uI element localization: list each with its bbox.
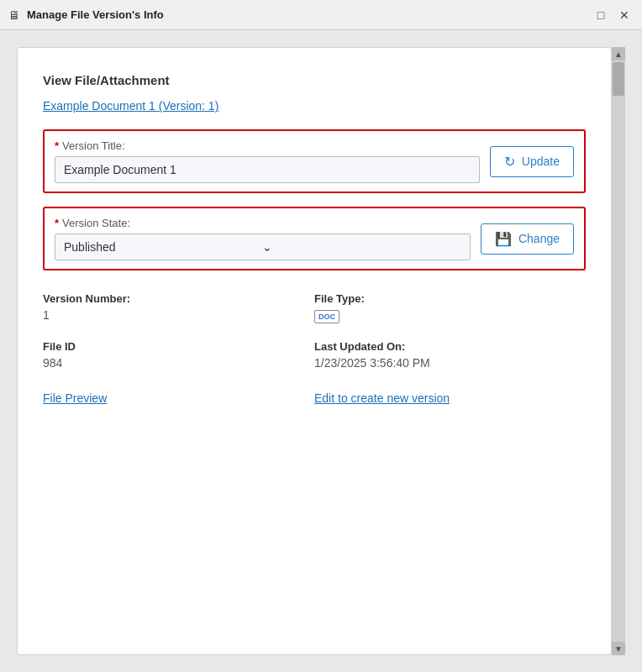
version-state-label: * Version State: [55, 217, 471, 229]
last-updated-value: 1/23/2025 3:56:40 PM [314, 356, 586, 370]
scroll-down-arrow[interactable]: ▼ [612, 642, 625, 655]
file-id-label: File ID [43, 340, 314, 353]
links-row: File Preview Edit to create new version [43, 391, 586, 405]
scroll-thumb[interactable] [613, 62, 624, 96]
version-title-label: * Version Title: [55, 139, 480, 152]
chevron-down-icon: ⌄ [262, 240, 460, 254]
version-state-value: Published [64, 240, 262, 254]
file-type-label: File Type: [314, 292, 586, 305]
version-number-label: Version Number: [43, 292, 314, 305]
file-id-value: 984 [43, 356, 314, 370]
required-star-title: * [55, 139, 59, 152]
scroll-up-arrow[interactable]: ▲ [612, 47, 625, 60]
window-title: Manage File Version's Info [27, 8, 592, 21]
update-button-label: Update [522, 155, 560, 168]
scrollbar: ▲ ▼ [612, 47, 625, 655]
version-state-inner: * Version State: Published ⌄ [55, 217, 471, 260]
section-heading: View File/Attachment [43, 73, 586, 87]
version-title-group: * Version Title: ↻ Update [43, 129, 586, 193]
version-state-label-text: Version State: [62, 217, 130, 229]
file-id-cell: File ID 984 [43, 332, 314, 378]
version-number-value: 1 [43, 308, 314, 322]
content-card: View File/Attachment Example Document 1 … [17, 47, 612, 655]
version-title-label-text: Version Title: [62, 139, 124, 152]
change-button[interactable]: 💾 Change [481, 223, 574, 255]
required-star-state: * [55, 217, 59, 229]
edit-version-link[interactable]: Edit to create new version [314, 391, 586, 405]
info-grid: Version Number: 1 File Type: DOC File ID… [43, 284, 586, 378]
window-controls: □ ✕ [592, 6, 634, 24]
last-updated-cell: Last Updated On: 1/23/2025 3:56:40 PM [314, 332, 586, 378]
version-state-select[interactable]: Published ⌄ [55, 234, 471, 260]
version-title-input[interactable] [55, 156, 480, 183]
main-area: View File/Attachment Example Document 1 … [0, 30, 642, 672]
update-button[interactable]: ↻ Update [490, 146, 574, 177]
version-title-inner: * Version Title: [55, 139, 480, 183]
version-state-group: * Version State: Published ⌄ 💾 Change [43, 207, 586, 270]
maximize-button[interactable]: □ [592, 6, 610, 24]
change-button-label: Change [518, 232, 560, 245]
file-preview-link[interactable]: File Preview [43, 391, 314, 405]
window-icon: 🖥 [8, 8, 20, 22]
version-number-cell: Version Number: 1 [43, 284, 314, 332]
file-type-icon: DOC [314, 310, 339, 323]
close-button[interactable]: ✕ [615, 6, 634, 24]
file-type-cell: File Type: DOC [314, 284, 586, 332]
refresh-icon: ↻ [504, 154, 515, 170]
last-updated-label: Last Updated On: [314, 340, 586, 353]
save-icon: 💾 [495, 231, 512, 247]
title-bar: 🖥 Manage File Version's Info □ ✕ [0, 0, 642, 30]
document-link[interactable]: Example Document 1 (Version: 1) [43, 99, 586, 113]
file-type-icon-wrapper: DOC [314, 308, 586, 323]
